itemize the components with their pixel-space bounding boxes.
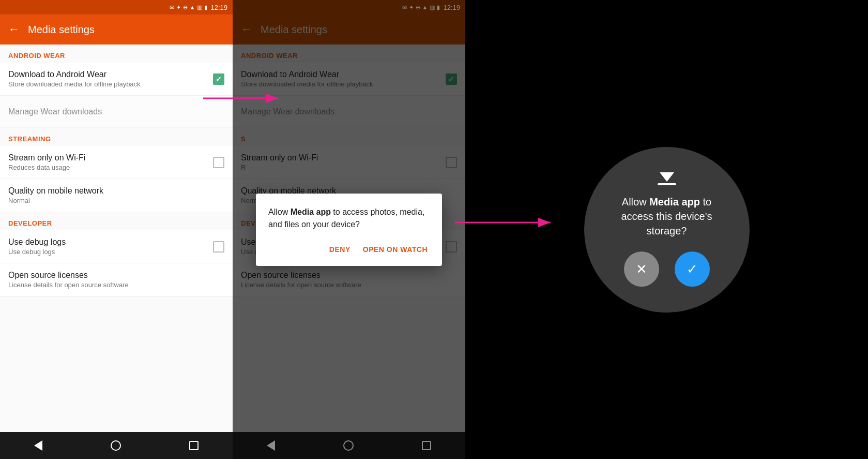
watch-area: Allow Media app toaccess this device'sst… [465, 0, 868, 459]
checkbox-debug-logs-1[interactable] [213, 241, 224, 253]
watch-face: Allow Media app toaccess this device'sst… [584, 147, 750, 313]
item-text-debug-logs-1: Use debug logs Use debug logs [8, 238, 213, 256]
toolbar-title-1: Media settings [28, 24, 95, 36]
battery-icon: ▮ [204, 4, 207, 11]
deny-button[interactable]: DENY [327, 241, 353, 258]
item-title-download-wear-1: Download to Android Wear [8, 70, 213, 79]
item-stream-wifi-1[interactable]: Stream only on Wi-Fi Reduces data usage [0, 146, 233, 179]
permission-dialog: Allow Media app to access photos, media,… [256, 194, 442, 266]
item-subtitle-debug-logs-1: Use debug logs [8, 248, 213, 256]
item-text-stream-wifi-1: Stream only on Wi-Fi Reduces data usage [8, 153, 213, 171]
nav-home-1[interactable] [102, 436, 129, 455]
nav-bar-1 [0, 432, 233, 459]
item-subtitle-quality-mobile-1: Normal [8, 197, 224, 204]
bluetooth-icon: ✦ [176, 4, 181, 11]
status-bar-1: ✉ ✦ ⊖ ▲ ▥ ▮ 12:19 [0, 0, 233, 14]
mail-icon: ✉ [170, 4, 174, 11]
screens-wrapper: ✉ ✦ ⊖ ▲ ▥ ▮ 12:19 ← Media settings ANDRO… [0, 0, 868, 459]
screen2: ✉ ✦ ⊖ ▲ ▥ ▮ 12:19 ← Media settings ANDRO… [233, 0, 465, 459]
watch-confirm-button[interactable]: ✓ [675, 251, 710, 287]
dialog-overlay: Allow Media app to access photos, media,… [233, 0, 465, 459]
status-time-1: 12:19 [210, 4, 227, 11]
wifi-icon: ▲ [190, 4, 195, 10]
nav-back-1[interactable] [26, 436, 51, 455]
item-debug-logs-1[interactable]: Use debug logs Use debug logs [0, 230, 233, 263]
screen1: ✉ ✦ ⊖ ▲ ▥ ▮ 12:19 ← Media settings ANDRO… [0, 0, 233, 459]
section-header-developer-1: DEVELOPER [0, 212, 233, 230]
item-quality-mobile-1[interactable]: Quality on mobile network Normal [0, 179, 233, 212]
check-icon: ✓ [687, 262, 698, 276]
item-text-open-source-1: Open source licenses License details for… [8, 271, 224, 289]
signal-icon: ▥ [197, 4, 202, 11]
watch-deny-button[interactable]: ✕ [624, 251, 659, 287]
minus-circle-icon: ⊖ [183, 4, 188, 11]
checkbox-stream-wifi-1[interactable] [213, 157, 224, 168]
item-text-quality-mobile-1: Quality on mobile network Normal [8, 186, 224, 204]
item-title-debug-logs-1: Use debug logs [8, 238, 213, 247]
section-header-streaming-1: STREAMING [0, 128, 233, 146]
watch-buttons: ✕ ✓ [624, 251, 710, 287]
open-on-watch-button[interactable]: OPEN ON WATCH [361, 241, 430, 258]
item-title-quality-mobile-1: Quality on mobile network [8, 186, 224, 196]
back-button-1[interactable]: ← [8, 23, 20, 36]
watch-download-icon [658, 172, 676, 185]
watch-permission-text: Allow Media app toaccess this device'sst… [621, 195, 712, 238]
toolbar-1: ← Media settings [0, 14, 233, 45]
download-arrow-icon [660, 172, 674, 182]
item-text-manage-wear-1: Manage Wear downloads [8, 107, 224, 116]
item-download-wear-1[interactable]: Download to Android Wear Store downloade… [0, 63, 233, 96]
item-manage-wear-1[interactable]: Manage Wear downloads [0, 96, 233, 128]
dialog-app-name: Media app [291, 208, 331, 216]
x-icon: ✕ [636, 262, 647, 276]
nav-recents-1[interactable] [181, 437, 207, 454]
item-subtitle-stream-wifi-1: Reduces data usage [8, 164, 213, 171]
item-subtitle-download-wear-1: Store downloaded media for offline playb… [8, 80, 213, 88]
status-icons-1: ✉ ✦ ⊖ ▲ ▥ ▮ [170, 4, 208, 11]
section-header-android-wear-1: ANDROID WEAR [0, 45, 233, 63]
item-title-stream-wifi-1: Stream only on Wi-Fi [8, 153, 213, 162]
item-subtitle-open-source-1: License details for open source software [8, 281, 224, 289]
dialog-buttons: DENY OPEN ON WATCH [268, 241, 430, 258]
checkbox-download-wear-1[interactable] [213, 73, 224, 85]
item-text-download-wear-1: Download to Android Wear Store downloade… [8, 70, 213, 88]
download-line-icon [658, 183, 676, 185]
dialog-text: Allow Media app to access photos, media,… [268, 206, 430, 231]
item-open-source-1[interactable]: Open source licenses License details for… [0, 263, 233, 297]
settings-content-1: ANDROID WEAR Download to Android Wear St… [0, 45, 233, 432]
item-title-open-source-1: Open source licenses [8, 271, 224, 280]
item-title-manage-wear-1: Manage Wear downloads [8, 107, 224, 116]
watch-app-name: Media app [649, 196, 700, 208]
